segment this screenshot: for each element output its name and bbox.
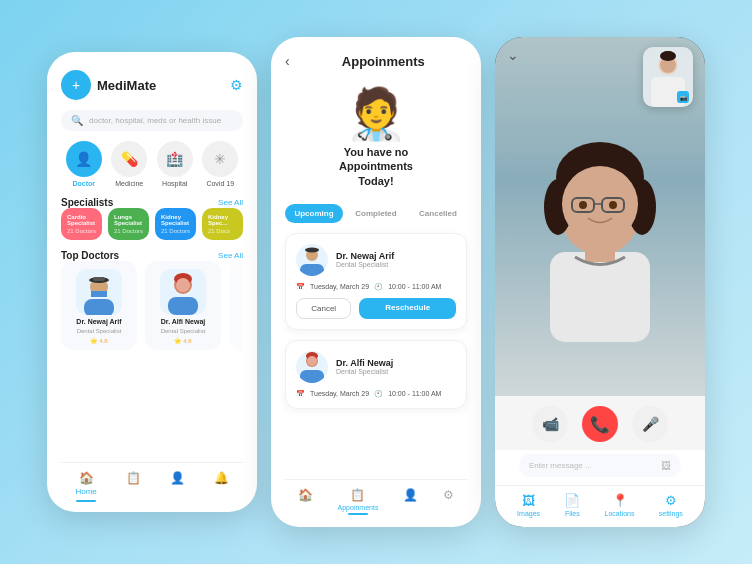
location-icon: 📍 [612,493,628,508]
appt-doc-details-2: Dr. Alfi Newaj Dental Specialist [336,358,393,375]
specialist-card-cardio[interactable]: Cardio Specialist 21 Doctors [61,208,102,240]
hospital-icon: 🏥 [157,141,193,177]
svg-point-17 [307,356,317,366]
s2-nav-appointments[interactable]: 📋 Appoinments [338,488,379,515]
home-icon: 🏠 [79,471,94,485]
attach-icon[interactable]: 🖼 [661,460,671,471]
hospital-label: Hospital [162,180,187,187]
home-icon: 🏠 [298,488,313,502]
doctor-card-newaj[interactable]: Dr. Newaj Arif Dental Specialist ⭐ 4.8 [61,261,137,350]
covid-icon: ✳ [202,141,238,177]
category-doctor[interactable]: 👤 Doctor [66,141,102,187]
s3-nav-images[interactable]: 🖼 Images [517,493,540,517]
svg-rect-7 [168,297,198,315]
s3-nav-settings[interactable]: ⚙ settings [659,493,683,517]
svg-point-34 [579,201,587,209]
top-doctors-list: Dr. Newaj Arif Dental Specialist ⭐ 4.8 [61,261,243,350]
spec-name: Lungs Specialist [114,214,143,226]
appointment-card-1: Dr. Newaj Arif Dental Specialist 📅 Tuesd… [285,233,467,330]
top-doctors-title: Top Doctors [61,250,119,261]
reschedule-button-1[interactable]: Reschedule [359,298,456,319]
gear-icon[interactable]: ⚙ [230,77,243,93]
end-call-button[interactable]: 📞 [582,406,618,442]
empty-text: You have noAppointmentsToday! [339,145,413,188]
svg-rect-5 [93,277,105,281]
profile-icon: 👤 [403,488,418,502]
chevron-down-icon[interactable]: ⌄ [507,47,519,63]
s3-nav-locations[interactable]: 📍 Locations [605,493,635,517]
specialists-title: Specialists [61,197,113,208]
screens-container: + MediMate ⚙ 🔍 doctor, hospital, meds or… [27,17,725,547]
doctor-name-2: Dr. Alfi Newaj [161,318,205,325]
doctor-avatar-2 [160,269,206,315]
doctor-spec-1: Dental Specialist [77,328,122,334]
doctor-rating-1: ⭐ 4.8 [90,337,107,344]
doctor-illustration: 🧑‍⚕️ [345,89,407,139]
cancel-button-1[interactable]: Cancel [296,298,351,319]
s2-nav-settings[interactable]: ⚙ [443,488,454,515]
specialists-section: Specialists See All Cardio Specialist 21… [61,197,243,240]
tab-cancelled[interactable]: Cancelled [409,204,467,223]
doctor-card-alfi[interactable]: Dr. Alfi Newaj Dental Specialist ⭐ 4.8 [145,261,221,350]
appt-doc-name-1: Dr. Newaj Arif [336,251,394,261]
profile-icon: 👤 [170,471,185,485]
doctor-card-partial [229,261,243,350]
appt-doc-spec-1: Dental Specialist [336,261,394,268]
specialists-see-all[interactable]: See All [218,198,243,207]
category-covid[interactable]: ✳ Covid 19 [202,141,238,187]
specialists-header: Specialists See All [61,197,243,208]
mic-button[interactable]: 🎤 [632,406,668,442]
appt-avatar-1 [296,244,328,276]
nav-profile[interactable]: 👤 [170,471,185,502]
thumbnail-preview: 📷 [643,47,693,107]
spec-count: 21 Doctors [67,228,96,234]
nav-active-indicator [76,500,96,502]
specialist-card-lungs[interactable]: Lungs Specialist 21 Doctors [108,208,149,240]
appt-doctor-info-2: Dr. Alfi Newaj Dental Specialist [296,351,456,383]
doctor-name-1: Dr. Newaj Arif [76,318,121,325]
s2-nav-profile[interactable]: 👤 [403,488,418,515]
spec-count: 21 Docs [208,228,237,234]
doctor-spec-2: Dental Specialist [161,328,206,334]
s2-nav-home[interactable]: 🏠 [298,488,313,515]
empty-state: 🧑‍⚕️ You have noAppointmentsToday! [285,79,467,194]
appt-doc-spec-2: Dental Specialist [336,368,393,375]
calendar-icon-2: 📅 [296,390,305,398]
categories-row: 👤 Doctor 💊 Medicine 🏥 Hospital ✳ Covid 1… [61,141,243,187]
back-button[interactable]: ‹ [285,53,290,69]
nav-list[interactable]: 📋 [126,471,141,502]
appointments-icon: 📋 [350,488,365,502]
svg-point-22 [663,51,673,57]
specialist-card-kidney[interactable]: Kidney Specialist 21 Doctors [155,208,196,240]
screen1-home: + MediMate ⚙ 🔍 doctor, hospital, meds or… [47,52,257,512]
bell-icon: 🔔 [214,471,229,485]
appointments-title: Appoinments [300,54,467,69]
covid-label: Covid 19 [206,180,234,187]
search-bar[interactable]: 🔍 doctor, hospital, meds or health issue [61,110,243,131]
message-placeholder: Enter message ... [529,461,655,470]
tab-upcoming[interactable]: Upcoming [285,204,343,223]
specialist-card-kidney2[interactable]: Kidney Spec... 21 Docs [202,208,243,240]
video-button[interactable]: 📹 [532,406,568,442]
spec-count: 21 Doctors [114,228,143,234]
nav-active-indicator [348,513,368,515]
s1-bottom-nav: 🏠 Home 📋 👤 🔔 [61,462,243,502]
nav-bell[interactable]: 🔔 [214,471,229,502]
appt-actions-1: Cancel Reschedule [296,298,456,319]
category-hospital[interactable]: 🏥 Hospital [157,141,193,187]
s2-nav-appt-label: Appoinments [338,504,379,511]
top-doctors-see-all[interactable]: See All [218,251,243,260]
nav-home[interactable]: 🏠 Home [75,471,96,502]
settings-icon: ⚙ [443,488,454,502]
message-input-row: Enter message ... 🖼 [519,454,681,477]
appt-time-2: 📅 Tuesday, March 29 🕙 10:00 - 11:00 AM [296,390,456,398]
appt-time-range-2: 10:00 - 11:00 AM [388,390,441,397]
tab-completed[interactable]: Completed [347,204,405,223]
svg-rect-1 [84,299,114,315]
doctor-avatar-1 [76,269,122,315]
video-background: ⌄ 📷 [495,37,705,396]
svg-rect-11 [300,264,324,276]
s3-nav-files[interactable]: 📄 Files [564,493,580,517]
search-icon: 🔍 [71,115,83,126]
category-medicine[interactable]: 💊 Medicine [111,141,147,187]
